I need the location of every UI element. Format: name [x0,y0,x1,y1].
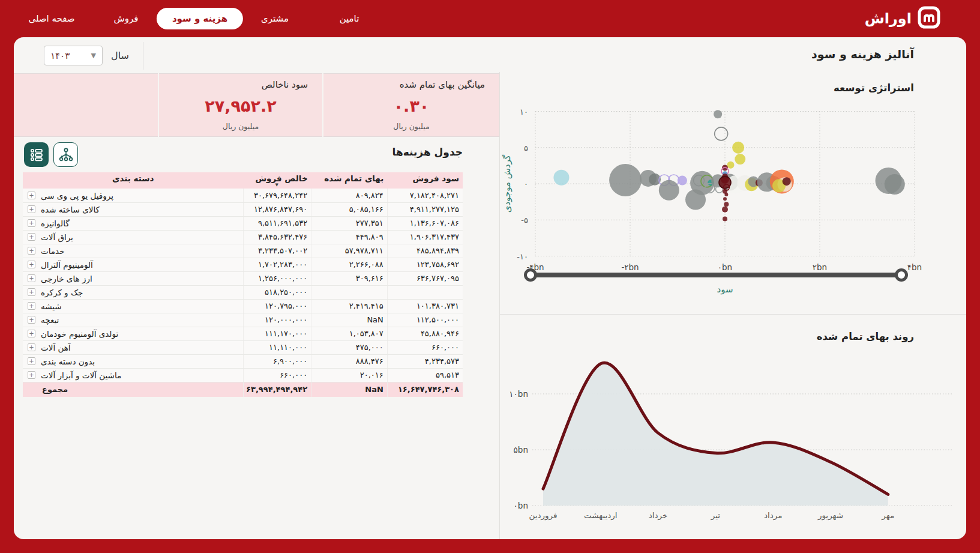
column-header-profit[interactable]: سود فروش [387,172,463,189]
trend-month-label: مهر [881,510,894,521]
bubble[interactable] [553,170,569,186]
slider-handle-min[interactable] [524,268,537,282]
nav-item-home[interactable]: صفحه اصلی [28,13,74,24]
content-card: ۱۴۰۳ ▼ سال آنالیز هزینه و سود سود ناخالص… [14,37,966,539]
bubble[interactable] [724,202,729,207]
table-row: +خدمات۳,۲۳۳,۵۰۷,۰۰۲۵۷,۹۷۸,۷۱۱۴۸۵,۸۹۴,۸۳۹ [23,244,463,258]
category-name: جک و کرکره [41,288,83,297]
expand-row-button[interactable]: + [28,302,35,310]
category-cell: +گالوانیزه [23,216,244,230]
filter-divider [143,42,143,70]
year-dropdown-value: ۱۴۰۳ [50,50,70,61]
expand-row-button[interactable]: + [28,357,35,365]
bubble-y-tick-label: ۵ [524,144,528,153]
profit-cell [387,285,463,299]
tree-view-button[interactable] [53,142,78,167]
list-view-button[interactable] [24,142,49,167]
bubble[interactable] [678,176,687,186]
category-cell: +بدون دسته بندی [23,354,244,368]
brand-logo: اوراش [865,6,940,31]
bubble[interactable] [727,162,734,169]
trend-area-fill [543,363,888,506]
bubble[interactable] [885,174,905,195]
bubble[interactable] [609,164,642,196]
expand-row-button[interactable]: + [28,247,35,255]
category-cell: +ارز های خارجی [23,271,244,285]
sort-descending-icon[interactable]: ▼ [246,183,308,187]
category-name: پروفیل یو پی وی سی [41,191,113,201]
expand-row-button[interactable]: + [28,219,35,227]
trend-y-tick-label: ۵bn [514,445,528,455]
cost-trend-area-chart: ۰bn۵bn۱۰bnفروردیناردیبهشتخردادتیرمردادشه… [499,314,966,539]
column-header-cost[interactable]: بهای تمام شده [311,172,388,189]
bubble-x-tick-label: ۴bn [907,262,922,272]
expand-row-button[interactable]: + [28,343,35,351]
column-header-net-sales[interactable]: خالص فروش ▼ [244,172,311,189]
expand-row-button[interactable]: + [28,330,35,337]
nav-item-cost-profit-active[interactable]: هزینه و سود [157,8,243,29]
category-cell: +آلومینیوم آلترال [23,258,244,271]
nav-item-customer[interactable]: مشتری [261,13,289,24]
net-sales-cell: ۱۱,۱۱۰,۰۰۰ [244,340,311,354]
bubble[interactable] [659,180,679,201]
nav-item-supply[interactable]: تامین [340,13,359,24]
expand-row-button[interactable]: + [28,316,35,324]
profit-cell: ۶۶۰,۰۰۰ [387,340,463,354]
table-header-row: دسته بندی خالص فروش ▼ بهای تمام شده سود … [23,172,463,189]
expand-row-button[interactable]: + [28,261,35,268]
total-profit: ۱۶,۶۴۷,۷۴۶,۳۰۸ [387,382,463,397]
trend-y-tick-label: ۰bn [514,501,528,510]
table-row: +تولدی آلومنیوم خودمان۱۱۱,۱۷۰,۰۰۰۱,۰۵۳,۸… [23,327,463,340]
costs-table: دسته بندی خالص فروش ▼ بهای تمام شده سود … [23,172,463,397]
bubble[interactable] [722,207,728,213]
cost-cell: ۲۷۷,۳۵۱ [311,216,388,230]
bubble[interactable] [735,154,745,165]
bubble[interactable] [715,127,728,141]
cost-cell: ۸۰۹,۸۲۴ [311,189,388,202]
profit-cell: ۱,۱۳۶,۶۰۷,۰۸۶ [387,216,463,230]
category-cell: +جک و کرکره [23,285,244,299]
bubble[interactable] [724,193,728,196]
expand-row-button[interactable]: + [28,274,35,282]
table-row: +تیغچه۱۲۰,۰۰۰,۰۰۰NaN۱۱۲,۵۰۰,۰۰۰ [23,313,463,327]
table-section-title: جدول هزینه‌ها [392,146,463,158]
net-sales-cell: ۱,۷۰۲,۲۸۳,۰۰۰ [244,258,311,271]
expand-row-button[interactable]: + [28,192,35,199]
net-sales-cell: ۳,۸۴۵,۶۳۲,۴۷۶ [244,230,311,244]
bubble-y-tick-label: ۰ [524,180,528,189]
category-cell: +شیشه [23,299,244,313]
cost-cell: ۲,۴۱۹,۴۱۵ [311,299,388,313]
bubble-x-axis-label: سود [717,284,733,295]
bubble[interactable] [723,197,727,201]
bubble[interactable] [714,110,722,118]
bubble[interactable] [723,216,727,221]
slider-track[interactable] [529,273,903,277]
category-name: کالای ساخته شده [41,205,100,214]
cost-cell: ۲,۲۶۶,۰۸۸ [311,258,388,271]
slider-handle-max[interactable] [895,268,908,282]
table-row: +یراق آلات۳,۸۴۵,۶۳۲,۴۷۶۴۴۹,۸۰۹۱,۹۰۶,۳۱۷,… [23,230,463,244]
profit-cell: ۱,۹۰۶,۳۱۷,۴۳۷ [387,230,463,244]
cost-cell: ۴۷۵,۰۰۰ [311,340,388,354]
nav-item-sales[interactable]: فروش [113,13,138,24]
trend-month-label: فروردین [529,510,558,521]
table-row: +کالای ساخته شده۱۲,۸۷۶,۸۴۷,۶۹۰۵,۰۸۵,۱۶۶۴… [23,202,463,216]
year-label: سال [111,50,129,61]
category-name: شیشه [41,301,62,311]
column-header-category[interactable]: دسته بندی [23,172,244,189]
expand-row-button[interactable]: + [28,205,35,213]
expand-row-button[interactable]: + [28,233,35,241]
bubble[interactable] [732,142,744,154]
table-row: +پروفیل یو پی وی سی۳۰,۶۷۹,۶۴۸,۲۴۲۸۰۹,۸۲۴… [23,189,463,202]
year-dropdown[interactable]: ۱۴۰۳ ▼ [44,46,103,65]
category-cell: +آهن آلات [23,340,244,354]
net-sales-cell: ۹,۵۱۱,۶۹۱,۵۳۲ [244,216,311,230]
bubble[interactable] [783,177,791,186]
tree-view-icon [58,147,74,163]
kpi-card-gross-profit: سود ناخالص ۲۷,۹۵۲.۲ میلیون ریال [159,73,322,137]
expand-row-button[interactable]: + [28,288,35,296]
brand-mark-icon [918,6,940,31]
profit-cell: ۱۰۱,۳۸۰,۷۳۱ [387,299,463,313]
bubble-y-tick-label: ۱۰ [520,107,528,116]
expand-row-button[interactable]: + [28,371,35,379]
